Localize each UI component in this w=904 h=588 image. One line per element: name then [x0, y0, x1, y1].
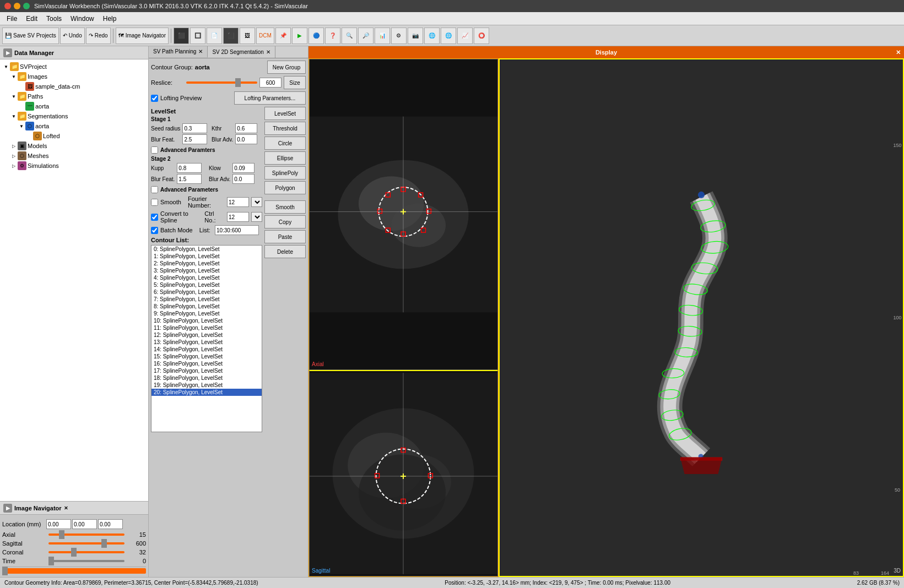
contour-item-3[interactable]: 3: SplinePolygon, LevelSet: [151, 267, 262, 274]
tool-btn-19[interactable]: ⭕: [474, 28, 489, 44]
klow-input[interactable]: [232, 163, 255, 173]
batch-check[interactable]: [151, 227, 158, 234]
lofting-params-button[interactable]: Lofting Parameters...: [234, 91, 306, 105]
tool-btn-15[interactable]: 📷: [408, 28, 423, 44]
tool-btn-2[interactable]: 🔲: [190, 28, 205, 44]
contour-item-13[interactable]: 13: SplinePolygon, LevelSet: [151, 339, 262, 346]
seed-radius-input[interactable]: [182, 123, 207, 133]
menu-tools[interactable]: Tools: [42, 14, 66, 24]
tree-item-segmentations[interactable]: ▼ 📁 Segmentations: [2, 111, 146, 121]
contour-item-4[interactable]: 4: SplinePolygon, LevelSet: [151, 274, 262, 281]
kthr-input[interactable]: [235, 123, 257, 133]
contour-item-0[interactable]: 0: SplinePolygon, LevelSet: [151, 246, 262, 253]
tab-seg-2d-close[interactable]: ✕: [266, 49, 270, 55]
tool-btn-5[interactable]: 🖼: [240, 28, 255, 44]
contour-item-5[interactable]: 5: SplinePolygon, LevelSet: [151, 281, 262, 288]
contour-item-2[interactable]: 2: SplinePolygon, LevelSet: [151, 260, 262, 267]
tool-btn-8[interactable]: ▶: [292, 28, 307, 44]
blur-adv2-input[interactable]: [232, 174, 255, 184]
contour-item-11[interactable]: 11: SplinePolygon, LevelSet: [151, 324, 262, 331]
sagittal-view[interactable]: + □ ✕: [309, 370, 498, 576]
contour-item-9[interactable]: 9: SplinePolygon, LevelSet: [151, 310, 262, 317]
location-y-input[interactable]: [72, 519, 97, 529]
tree-item-sample-data[interactable]: ▷ 🖼 sample_data-cm: [2, 81, 146, 91]
adv-params2-check[interactable]: [151, 186, 158, 193]
delete-button[interactable]: Delete: [264, 245, 306, 258]
contour-item-7[interactable]: 7: SplinePolygon, LevelSet: [151, 296, 262, 303]
smooth-check[interactable]: [151, 199, 158, 206]
tool-btn-1[interactable]: ⬛: [174, 28, 189, 44]
smooth-button[interactable]: Smooth: [264, 200, 306, 214]
contour-item-1[interactable]: 1: SplinePolygon, LevelSet: [151, 253, 262, 260]
contour-item-16[interactable]: 16: SplinePolygon, LevelSet: [151, 360, 262, 367]
blur-feat2-input[interactable]: [177, 174, 202, 184]
tool-btn-17[interactable]: 🌐: [441, 28, 456, 44]
reslice-slider[interactable]: [186, 81, 257, 84]
contour-item-19[interactable]: 19: SplinePolygon, LevelSet: [151, 382, 262, 389]
tool-btn-18[interactable]: 📈: [457, 28, 473, 44]
axial-view[interactable]: Axial: [309, 59, 498, 370]
tool-btn-9[interactable]: 🔵: [308, 28, 324, 44]
minimize-button[interactable]: [14, 3, 20, 9]
threshold-button[interactable]: Threshold: [264, 122, 306, 135]
close-button[interactable]: [4, 3, 11, 9]
contour-item-17[interactable]: 17: SplinePolygon, LevelSet: [151, 367, 262, 374]
contour-item-10[interactable]: 10: SplinePolygon, LevelSet: [151, 317, 262, 324]
tree-arrow-meshes[interactable]: ▷: [10, 152, 18, 160]
location-x-input[interactable]: [46, 519, 71, 529]
tree-item-models[interactable]: ▷ ▣ Models: [2, 141, 146, 151]
tab-seg-2d[interactable]: SV 2D Segmentation ✕: [208, 46, 275, 58]
tab-path-planning-close[interactable]: ✕: [198, 48, 203, 55]
contour-item-6[interactable]: 6: SplinePolygon, LevelSet: [151, 288, 262, 296]
fourier-input[interactable]: [227, 197, 249, 207]
undo-button[interactable]: ↶ Undo: [60, 28, 85, 44]
tree-item-aorta-path[interactable]: ▷ 〰 aorta: [2, 101, 146, 111]
contour-item-8[interactable]: 8: SplinePolygon, LevelSet: [151, 303, 262, 310]
polygon-button[interactable]: Polygon: [264, 181, 306, 194]
menu-edit[interactable]: Edit: [21, 14, 42, 24]
tool-btn-6[interactable]: DCM: [256, 28, 274, 44]
tool-btn-10[interactable]: ❓: [325, 28, 340, 44]
ctrl-input[interactable]: [227, 212, 249, 222]
contour-list[interactable]: 0: SplinePolygon, LevelSet1: SplinePolyg…: [151, 245, 262, 432]
menu-window[interactable]: Window: [66, 14, 99, 24]
adv-params1-check[interactable]: [151, 146, 158, 154]
tool-btn-13[interactable]: 📊: [375, 28, 390, 44]
maximize-button[interactable]: [23, 3, 30, 9]
axial-slider[interactable]: [48, 533, 124, 536]
tree-item-paths[interactable]: ▼ 📁 Paths: [2, 91, 146, 101]
lofting-preview-check[interactable]: [151, 95, 158, 102]
tree-arrow-svproject[interactable]: ▼: [2, 63, 10, 70]
tool-btn-7[interactable]: 📌: [275, 28, 291, 44]
contour-item-14[interactable]: 14: SplinePolygon, LevelSet: [151, 346, 262, 353]
menu-file[interactable]: File: [2, 14, 21, 24]
coronal-slider[interactable]: [48, 551, 124, 553]
kupp-input[interactable]: [177, 163, 202, 173]
image-navigator-button[interactable]: 🗺 Image Navigator: [116, 28, 169, 44]
tab-path-planning[interactable]: SV Path Planning ✕: [149, 46, 208, 58]
convert-check[interactable]: [151, 214, 158, 221]
threed-view[interactable]: 150 100 50 83 164 3D: [499, 58, 904, 577]
tree-arrow-images[interactable]: ▼: [10, 73, 18, 80]
scroll-slider[interactable]: [2, 568, 146, 574]
nav-close-icon[interactable]: ✕: [64, 505, 68, 511]
tool-btn-16[interactable]: 🌐: [424, 28, 440, 44]
tool-btn-4[interactable]: ⬛: [223, 28, 239, 44]
tree-arrow-segs[interactable]: ▼: [10, 112, 18, 120]
redo-button[interactable]: ↷ Redo: [86, 28, 111, 44]
time-slider[interactable]: [48, 560, 124, 562]
contour-item-18[interactable]: 18: SplinePolygon, LevelSet: [151, 374, 262, 382]
levelset-button[interactable]: LevelSet: [264, 107, 306, 120]
batch-list-input[interactable]: [215, 225, 259, 235]
paste-button[interactable]: Paste: [264, 230, 306, 243]
ellipse-button[interactable]: Ellipse: [264, 151, 306, 165]
blur-feat1-input[interactable]: [182, 134, 207, 144]
blur-adv1-input[interactable]: [235, 134, 257, 144]
tree-arrow-aorta-seg[interactable]: ▼: [18, 122, 25, 130]
location-z-input[interactable]: [98, 519, 123, 529]
tool-btn-14[interactable]: ⚙: [391, 28, 407, 44]
contour-item-12[interactable]: 12: SplinePolygon, LevelSet: [151, 331, 262, 339]
tool-btn-11[interactable]: 🔍: [342, 28, 357, 44]
splinepoly-button[interactable]: SplinePoly: [264, 166, 306, 179]
new-group-button[interactable]: New Group: [267, 61, 306, 74]
